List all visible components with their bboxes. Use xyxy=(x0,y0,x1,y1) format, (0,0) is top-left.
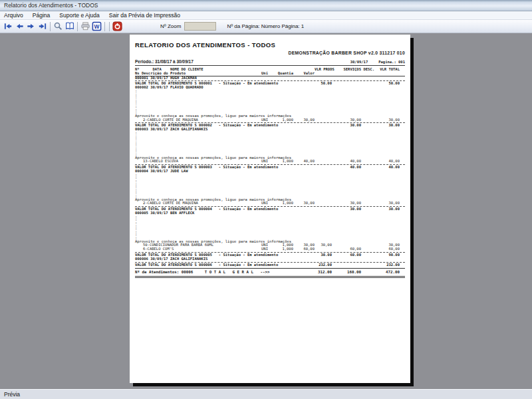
product-line: 2-CABELO CORTE DE MÁQUINAUNI1,00030,0030… xyxy=(135,201,405,205)
client-line: 000001 30/09/17 HUGH JACKMAN xyxy=(135,76,405,80)
report-date: 30/09/17 xyxy=(350,60,368,64)
col-header-product: Ns Descrição do Produto xyxy=(135,72,257,76)
next-page-button[interactable] xyxy=(25,21,37,32)
report-column-header-2: Ns Descrição do Produto Uni Quantia Valo… xyxy=(135,72,405,76)
power-icon xyxy=(112,21,122,31)
preview-workspace[interactable]: RELATORIO DOS ATENDIMENTOS - TODOS DEMON… xyxy=(0,33,532,389)
menu-suporte-e-ajuda[interactable]: Suporte e Ajuda xyxy=(59,12,100,19)
svg-text:W: W xyxy=(94,23,100,30)
toolbar-separator xyxy=(77,22,78,31)
col-header-uni: Uni xyxy=(257,72,268,76)
col-header-qty: Quantia xyxy=(268,72,293,76)
product-line: 6-CABELO COM'SUNI1,00060,0060,0060,00 xyxy=(135,247,405,251)
status-text: Prévia xyxy=(4,391,20,398)
report-title: RELATORIO DOS ATENDIMENTOS - TODOS xyxy=(135,41,405,49)
menu-arquivo[interactable]: Arquivo xyxy=(4,12,23,19)
export-word-button[interactable]: W xyxy=(91,21,102,32)
solid-divider xyxy=(135,268,405,269)
status-bar: Prévia xyxy=(0,389,532,399)
report-period: Periodo.: 31/08/17 à 30/09/17 xyxy=(135,59,194,64)
magnifier-icon xyxy=(53,21,63,31)
exit-preview-button[interactable] xyxy=(112,21,123,32)
report-page: RELATORIO DOS ATENDIMENTOS - TODOS DEMON… xyxy=(130,35,410,383)
window-title: Relatorio dos Atendimentos - TODOS xyxy=(4,2,98,9)
menu-bar: Arquivo Página Suporte e Ajuda Sair da P… xyxy=(0,11,532,20)
product-line: 2-CABELO CORTE DE MÁQUINAUNI1,00030,0030… xyxy=(135,118,405,122)
zoom-button[interactable] xyxy=(53,21,64,32)
last-page-icon xyxy=(37,21,47,31)
last-page-button[interactable] xyxy=(37,21,48,32)
menu-pagina[interactable]: Página xyxy=(33,12,50,19)
two-page-view-button[interactable] xyxy=(64,21,75,32)
previous-page-icon xyxy=(15,21,25,31)
grand-total-line: Nº de Atendimentos: 00006 T O T A L G E … xyxy=(135,270,405,275)
col-header-val: Valor xyxy=(293,72,315,76)
next-page-icon xyxy=(26,21,36,31)
open-book-icon xyxy=(65,21,75,31)
attendance-total-line: VALOR TOTAL DO ATENDIMENTO S 000006 - Si… xyxy=(135,263,405,267)
toolbar-separator xyxy=(109,22,110,31)
print-button[interactable] xyxy=(80,21,91,32)
toolbar-separator xyxy=(104,22,105,31)
menu-sair-da-previa[interactable]: Sair da Prévia de Impressão xyxy=(109,12,180,19)
client-line: 000006 30/09/17 ZACH GALIFIANAKIS xyxy=(135,257,405,261)
report-period-row: Periodo.: 31/08/17 à 30/09/17 30/09/17 P… xyxy=(135,59,405,64)
zoom-label: Nº Zoom xyxy=(160,23,181,29)
product-line: 13-CABELO ESCOVAUNI1,00040,0040,0040,00 xyxy=(135,160,405,164)
first-page-icon xyxy=(3,21,13,31)
double-divider xyxy=(135,276,405,278)
title-bar: Relatorio dos Atendimentos - TODOS xyxy=(0,0,532,11)
report-page-number: Pagina.: 001 xyxy=(378,60,405,64)
toolbar: W Nº Zoom Nº da Página: Número Página: 1 xyxy=(0,20,532,33)
word-icon: W xyxy=(92,21,102,31)
first-page-button[interactable] xyxy=(3,21,14,32)
printer-icon xyxy=(80,21,90,31)
report-body: 000001 30/09/17 HUGH JACKMANVALOR TOTAL … xyxy=(135,76,405,279)
divider xyxy=(135,65,405,66)
app-window: Relatorio dos Atendimentos - TODOS Arqui… xyxy=(0,0,532,399)
previous-page-button[interactable] xyxy=(14,21,25,32)
report-brand: DEMONSTRAÇÃO BARBER SHOP v2.0 311217 010 xyxy=(135,51,405,55)
page-number-label: Nº da Página: Número Página: 1 xyxy=(227,23,304,29)
zoom-input[interactable] xyxy=(184,22,216,31)
toolbar-separator xyxy=(50,22,51,31)
